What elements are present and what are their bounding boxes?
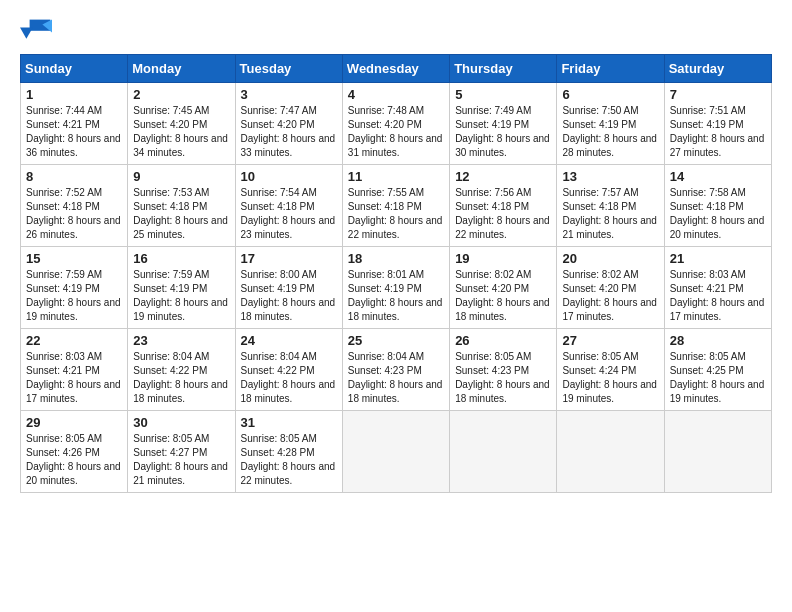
calendar-table: SundayMondayTuesdayWednesdayThursdayFrid… [20,54,772,493]
day-number: 16 [133,251,229,266]
calendar-cell: 3Sunrise: 7:47 AMSunset: 4:20 PMDaylight… [235,83,342,165]
cell-info: Sunrise: 8:03 AMSunset: 4:21 PMDaylight:… [26,351,121,404]
day-number: 20 [562,251,658,266]
day-number: 14 [670,169,766,184]
calendar-week-row: 29Sunrise: 8:05 AMSunset: 4:26 PMDayligh… [21,411,772,493]
day-number: 24 [241,333,337,348]
day-number: 26 [455,333,551,348]
day-number: 12 [455,169,551,184]
day-number: 28 [670,333,766,348]
calendar-cell: 4Sunrise: 7:48 AMSunset: 4:20 PMDaylight… [342,83,449,165]
cell-info: Sunrise: 7:59 AMSunset: 4:19 PMDaylight:… [26,269,121,322]
header-row: SundayMondayTuesdayWednesdayThursdayFrid… [21,55,772,83]
calendar-cell: 27Sunrise: 8:05 AMSunset: 4:24 PMDayligh… [557,329,664,411]
cell-info: Sunrise: 8:05 AMSunset: 4:27 PMDaylight:… [133,433,228,486]
calendar-cell: 11Sunrise: 7:55 AMSunset: 4:18 PMDayligh… [342,165,449,247]
day-number: 22 [26,333,122,348]
day-number: 13 [562,169,658,184]
calendar-cell [342,411,449,493]
calendar-week-row: 15Sunrise: 7:59 AMSunset: 4:19 PMDayligh… [21,247,772,329]
cell-info: Sunrise: 7:49 AMSunset: 4:19 PMDaylight:… [455,105,550,158]
calendar-cell: 29Sunrise: 8:05 AMSunset: 4:26 PMDayligh… [21,411,128,493]
calendar-cell: 25Sunrise: 8:04 AMSunset: 4:23 PMDayligh… [342,329,449,411]
weekday-header: Thursday [450,55,557,83]
calendar-cell: 21Sunrise: 8:03 AMSunset: 4:21 PMDayligh… [664,247,771,329]
cell-info: Sunrise: 7:48 AMSunset: 4:20 PMDaylight:… [348,105,443,158]
cell-info: Sunrise: 8:05 AMSunset: 4:23 PMDaylight:… [455,351,550,404]
calendar-cell: 10Sunrise: 7:54 AMSunset: 4:18 PMDayligh… [235,165,342,247]
day-number: 31 [241,415,337,430]
weekday-header: Tuesday [235,55,342,83]
calendar-cell: 9Sunrise: 7:53 AMSunset: 4:18 PMDaylight… [128,165,235,247]
calendar-cell [557,411,664,493]
cell-info: Sunrise: 7:58 AMSunset: 4:18 PMDaylight:… [670,187,765,240]
day-number: 30 [133,415,229,430]
calendar-cell [664,411,771,493]
weekday-header: Friday [557,55,664,83]
day-number: 2 [133,87,229,102]
calendar-cell: 15Sunrise: 7:59 AMSunset: 4:19 PMDayligh… [21,247,128,329]
weekday-header: Saturday [664,55,771,83]
cell-info: Sunrise: 8:05 AMSunset: 4:24 PMDaylight:… [562,351,657,404]
day-number: 1 [26,87,122,102]
cell-info: Sunrise: 8:04 AMSunset: 4:23 PMDaylight:… [348,351,443,404]
cell-info: Sunrise: 8:00 AMSunset: 4:19 PMDaylight:… [241,269,336,322]
cell-info: Sunrise: 8:02 AMSunset: 4:20 PMDaylight:… [562,269,657,322]
calendar-cell: 24Sunrise: 8:04 AMSunset: 4:22 PMDayligh… [235,329,342,411]
cell-info: Sunrise: 8:04 AMSunset: 4:22 PMDaylight:… [241,351,336,404]
day-number: 27 [562,333,658,348]
day-number: 18 [348,251,444,266]
calendar-cell: 7Sunrise: 7:51 AMSunset: 4:19 PMDaylight… [664,83,771,165]
calendar-cell: 16Sunrise: 7:59 AMSunset: 4:19 PMDayligh… [128,247,235,329]
calendar-cell: 1Sunrise: 7:44 AMSunset: 4:21 PMDaylight… [21,83,128,165]
calendar-cell [450,411,557,493]
calendar-cell: 30Sunrise: 8:05 AMSunset: 4:27 PMDayligh… [128,411,235,493]
logo [20,16,56,44]
weekday-header: Wednesday [342,55,449,83]
day-number: 3 [241,87,337,102]
calendar-cell: 19Sunrise: 8:02 AMSunset: 4:20 PMDayligh… [450,247,557,329]
day-number: 5 [455,87,551,102]
calendar-cell: 5Sunrise: 7:49 AMSunset: 4:19 PMDaylight… [450,83,557,165]
cell-info: Sunrise: 8:05 AMSunset: 4:26 PMDaylight:… [26,433,121,486]
calendar-cell: 22Sunrise: 8:03 AMSunset: 4:21 PMDayligh… [21,329,128,411]
calendar-cell: 14Sunrise: 7:58 AMSunset: 4:18 PMDayligh… [664,165,771,247]
cell-info: Sunrise: 7:57 AMSunset: 4:18 PMDaylight:… [562,187,657,240]
calendar-cell: 20Sunrise: 8:02 AMSunset: 4:20 PMDayligh… [557,247,664,329]
day-number: 8 [26,169,122,184]
calendar-cell: 6Sunrise: 7:50 AMSunset: 4:19 PMDaylight… [557,83,664,165]
day-number: 25 [348,333,444,348]
cell-info: Sunrise: 7:50 AMSunset: 4:19 PMDaylight:… [562,105,657,158]
calendar-cell: 26Sunrise: 8:05 AMSunset: 4:23 PMDayligh… [450,329,557,411]
cell-info: Sunrise: 7:59 AMSunset: 4:19 PMDaylight:… [133,269,228,322]
day-number: 23 [133,333,229,348]
cell-info: Sunrise: 7:51 AMSunset: 4:19 PMDaylight:… [670,105,765,158]
calendar-cell: 2Sunrise: 7:45 AMSunset: 4:20 PMDaylight… [128,83,235,165]
day-number: 15 [26,251,122,266]
cell-info: Sunrise: 8:01 AMSunset: 4:19 PMDaylight:… [348,269,443,322]
cell-info: Sunrise: 7:56 AMSunset: 4:18 PMDaylight:… [455,187,550,240]
calendar-cell: 12Sunrise: 7:56 AMSunset: 4:18 PMDayligh… [450,165,557,247]
day-number: 11 [348,169,444,184]
day-number: 7 [670,87,766,102]
cell-info: Sunrise: 7:44 AMSunset: 4:21 PMDaylight:… [26,105,121,158]
day-number: 10 [241,169,337,184]
calendar-cell: 8Sunrise: 7:52 AMSunset: 4:18 PMDaylight… [21,165,128,247]
cell-info: Sunrise: 8:02 AMSunset: 4:20 PMDaylight:… [455,269,550,322]
day-number: 19 [455,251,551,266]
day-number: 9 [133,169,229,184]
cell-info: Sunrise: 7:52 AMSunset: 4:18 PMDaylight:… [26,187,121,240]
cell-info: Sunrise: 7:47 AMSunset: 4:20 PMDaylight:… [241,105,336,158]
cell-info: Sunrise: 8:05 AMSunset: 4:28 PMDaylight:… [241,433,336,486]
calendar-cell: 28Sunrise: 8:05 AMSunset: 4:25 PMDayligh… [664,329,771,411]
day-number: 21 [670,251,766,266]
weekday-header: Monday [128,55,235,83]
day-number: 4 [348,87,444,102]
page-header [20,16,772,44]
calendar-week-row: 22Sunrise: 8:03 AMSunset: 4:21 PMDayligh… [21,329,772,411]
cell-info: Sunrise: 8:05 AMSunset: 4:25 PMDaylight:… [670,351,765,404]
calendar-week-row: 1Sunrise: 7:44 AMSunset: 4:21 PMDaylight… [21,83,772,165]
day-number: 17 [241,251,337,266]
cell-info: Sunrise: 7:54 AMSunset: 4:18 PMDaylight:… [241,187,336,240]
calendar-cell: 18Sunrise: 8:01 AMSunset: 4:19 PMDayligh… [342,247,449,329]
